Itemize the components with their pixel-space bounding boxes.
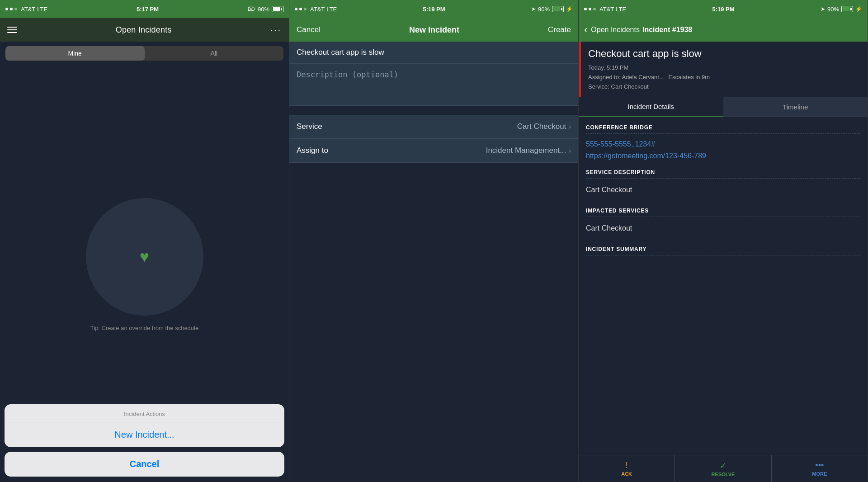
signal-dot-9 <box>593 8 596 10</box>
battery-icon-1 <box>272 6 283 12</box>
title-input-row <box>289 42 578 64</box>
form-section <box>289 42 578 106</box>
chevron-icon-2: › <box>569 147 571 154</box>
assign-value: Incident Management... › <box>486 146 571 155</box>
create-nav-button[interactable]: Create <box>548 25 571 34</box>
signal-dot-1 <box>5 8 8 10</box>
signal-dot-7 <box>584 8 587 10</box>
panel-incident-detail: AT&T LTE 5:19 PM ➤ 90% ⚡ ‹ Open Incident… <box>579 0 868 482</box>
status-right-3: ➤ 90% ⚡ <box>821 6 862 13</box>
signal-dot-4 <box>295 8 297 10</box>
status-right-1: ⌦ 90% <box>248 6 283 13</box>
title-input[interactable] <box>297 48 571 57</box>
incident-summary-header: INCIDENT SUMMARY <box>586 239 860 255</box>
status-bar-1: AT&T LTE 5:17 PM ⌦ 90% <box>0 0 289 18</box>
new-incident-button[interactable]: New Incident... <box>5 422 284 447</box>
battery-pct-1: 90% <box>258 6 269 13</box>
signal-dot-5 <box>299 8 302 10</box>
more-label: MORE <box>812 471 827 477</box>
incident-assigned: Assigned to: Adela Cervant... <box>588 74 664 80</box>
details-scroll: CONFERENCE BRIDGE 555-555-5555,,1234# ht… <box>579 117 868 455</box>
action-sheet-title: Incident Actions <box>5 404 284 422</box>
assign-row[interactable]: Assign to Incident Management... › <box>289 139 578 163</box>
signal-dot-3 <box>14 8 17 10</box>
location-icon-3: ➤ <box>821 6 825 12</box>
service-description-value: Cart Checkout <box>586 183 860 200</box>
carrier-2: AT&T <box>310 6 325 13</box>
incident-meta: Today, 5:19 PM Assigned to: Adela Cervan… <box>588 63 860 91</box>
incident-escalates: Escalates in 9m <box>668 74 710 80</box>
tab-incident-details[interactable]: Incident Details <box>579 97 723 117</box>
network-1: LTE <box>37 6 47 13</box>
signal-dot-6 <box>304 8 307 10</box>
segment-mine[interactable]: Mine <box>5 46 145 61</box>
battery-pct-2: 90% <box>538 6 550 13</box>
status-circle: ♥ <box>86 198 203 316</box>
tip-text: Tip: Create an override from the schedul… <box>81 325 208 331</box>
bluetooth-icon: ⌦ <box>248 6 255 12</box>
action-sheet-group: Incident Actions New Incident... <box>5 404 284 447</box>
time-1: 5:17 PM <box>137 6 159 13</box>
incident-header: Checkout cart app is slow Today, 5:19 PM… <box>579 42 868 97</box>
nav-incident-number: Incident #1938 <box>642 26 692 34</box>
status-left-3: AT&T LTE <box>584 6 626 13</box>
tab-timeline[interactable]: Timeline <box>723 97 868 117</box>
desc-input[interactable] <box>297 70 571 97</box>
network-3: LTE <box>616 6 626 13</box>
hamburger-menu-icon[interactable] <box>7 27 17 33</box>
status-bar-3: AT&T LTE 5:19 PM ➤ 90% ⚡ <box>579 0 868 18</box>
more-icon-1[interactable]: ··· <box>270 25 282 35</box>
more-icon: ••• <box>815 461 824 470</box>
time-3: 5:19 PM <box>712 6 734 13</box>
ack-icon: ! <box>626 461 628 470</box>
assign-label: Assign to <box>297 146 328 155</box>
bottom-action-bar: ! ACK ✓ RESOLVE ••• MORE <box>579 455 868 482</box>
form-divider-1 <box>289 106 578 115</box>
service-label: Service <box>297 122 322 131</box>
chevron-icon-1: › <box>569 123 571 130</box>
ack-button[interactable]: ! ACK <box>579 455 675 482</box>
nav-title-group: Open Incidents Incident #1938 <box>591 26 862 34</box>
carrier-1: AT&T <box>21 6 35 13</box>
back-button[interactable]: ‹ <box>584 24 587 36</box>
incident-title: Checkout cart app is slow <box>588 48 860 60</box>
segment-all[interactable]: All <box>145 46 284 61</box>
status-left-1: AT&T LTE <box>5 6 47 13</box>
battery-pct-3: 90% <box>827 6 839 13</box>
impacted-services-value: Cart Checkout <box>586 222 860 239</box>
action-sheet: Incident Actions New Incident... Cancel <box>0 401 289 482</box>
cancel-nav-button[interactable]: Cancel <box>297 25 321 34</box>
service-description-header: SERVICE DESCRIPTION <box>586 162 860 179</box>
segment-control: Mine All <box>5 46 283 61</box>
service-row[interactable]: Service Cart Checkout › <box>289 115 578 139</box>
charge-icon-2: ⚡ <box>566 6 573 12</box>
heart-icon: ♥ <box>140 247 149 266</box>
panel-open-incidents: AT&T LTE 5:17 PM ⌦ 90% Open Incidents ··… <box>0 0 289 482</box>
resolve-button[interactable]: ✓ RESOLVE <box>675 455 771 482</box>
signal-dot-2 <box>10 8 13 10</box>
network-2: LTE <box>326 6 337 13</box>
charge-icon-3: ⚡ <box>855 6 862 12</box>
more-button[interactable]: ••• MORE <box>772 455 868 482</box>
nav-title-2: New Incident <box>409 25 459 35</box>
location-icon-2: ➤ <box>531 6 536 12</box>
status-right-2: ➤ 90% ⚡ <box>531 6 573 13</box>
carrier-3: AT&T <box>599 6 614 13</box>
status-bar-2: AT&T LTE 5:19 PM ➤ 90% ⚡ <box>289 0 578 18</box>
conference-bridge-header: CONFERENCE BRIDGE <box>586 117 860 134</box>
conference-phone-link[interactable]: 555-555-5555,,1234# <box>586 138 860 150</box>
ack-label: ACK <box>621 471 632 477</box>
conference-url-link[interactable]: https://gotomeeting.com/123-456-789 <box>586 150 860 162</box>
cancel-button-1[interactable]: Cancel <box>5 452 284 477</box>
signal-dot-8 <box>589 8 591 10</box>
impacted-services-header: IMPACTED SERVICES <box>586 200 860 217</box>
battery-icon-3 <box>841 6 853 12</box>
segment-bar: Mine All <box>0 42 289 65</box>
resolve-label: RESOLVE <box>712 472 735 477</box>
incident-date: Today, 5:19 PM <box>588 64 628 71</box>
service-value: Cart Checkout › <box>517 122 571 131</box>
nav-bar-1: Open Incidents ··· <box>0 18 289 42</box>
nav-title-1: Open Incidents <box>116 25 172 35</box>
nav-parent-title: Open Incidents <box>591 26 640 34</box>
nav-bar-3: ‹ Open Incidents Incident #1938 <box>579 18 868 42</box>
